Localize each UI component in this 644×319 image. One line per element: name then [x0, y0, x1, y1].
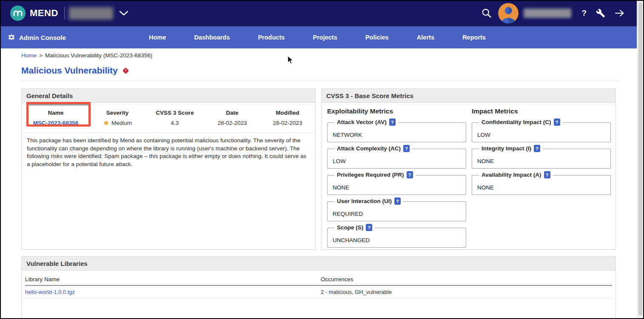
metric-value: UNCHANGED	[333, 237, 370, 243]
help-icon[interactable]: ?	[407, 171, 413, 178]
nav-item-home[interactable]: Home	[149, 34, 166, 41]
nav-item-products[interactable]: Products	[258, 34, 285, 41]
nav-item-alerts[interactable]: Alerts	[417, 34, 434, 41]
admin-console-button[interactable]: Admin Console	[8, 26, 66, 48]
metric-scope: Scope (S)? UNCHANGED	[327, 228, 466, 248]
scrollbar-thumb[interactable]	[638, 2, 642, 316]
occurrences-value: 2 - malicious, GH_vulnerable	[321, 286, 612, 299]
user-name-redacted[interactable]	[524, 8, 571, 18]
nav-menu: Home Dashboards Products Projects Polici…	[149, 26, 486, 48]
vulnerable-libraries-header: Vulnerable Libraries	[22, 257, 616, 271]
metric-value: LOW	[477, 132, 490, 138]
app-window: MEND ?	[0, 0, 644, 319]
breadcrumb-separator: >	[39, 52, 43, 59]
metric-value: NETWORK	[333, 132, 362, 138]
vulnerable-libraries-table: Library Name Occurrences hello-world-1.0…	[25, 274, 612, 299]
metric-integrity-impact: Integrity Impact (I)? NONE	[472, 149, 611, 169]
severity-medium-icon	[103, 120, 109, 126]
vulnerability-description: This package has been identified by Mend…	[22, 133, 315, 172]
help-icon[interactable]: ?	[544, 171, 550, 178]
column-header-occurrences: Occurrences	[321, 274, 612, 286]
metric-value: NONE	[477, 184, 494, 191]
metric-privileges-required: Privileges Required (PR)? NONE	[327, 175, 466, 195]
breadcrumb: Home>Malicious Vulnerability (MSC-2023-6…	[21, 52, 152, 59]
page-title-row: Malicious Vulnerability	[21, 65, 130, 76]
help-icon[interactable]: ?	[554, 119, 560, 126]
help-icon[interactable]: ?	[389, 119, 396, 126]
help-icon[interactable]: ?	[366, 224, 372, 231]
user-avatar[interactable]	[498, 3, 519, 23]
help-icon[interactable]: ?	[403, 145, 410, 152]
metric-confidentiality-impact: Confidentiality Impact (C)? LOW	[472, 122, 611, 142]
modified-value: 28-02-2023	[260, 118, 315, 133]
nav-item-dashboards[interactable]: Dashboards	[194, 34, 230, 41]
general-details-header: General Details	[22, 89, 315, 103]
metric-label: Attack Complexity (AC)	[337, 145, 401, 152]
cvss3-score-value: 4.3	[145, 118, 205, 133]
metric-label: Privileges Required (PR)	[337, 172, 404, 178]
metric-user-interaction: User Interaction (UI)? REQUIRED	[327, 201, 466, 221]
gear-icon	[8, 34, 15, 41]
vulnerable-libraries-panel: Vulnerable Libraries Library Name Occurr…	[21, 256, 616, 318]
help-icon[interactable]: ?	[534, 145, 540, 152]
vulnerability-name-link[interactable]: MSC-2023-68356	[33, 120, 79, 126]
metric-attack-complexity: Attack Complexity (AC)? LOW	[327, 149, 466, 169]
column-header-library-name: Library Name	[25, 274, 321, 286]
divider	[21, 81, 620, 81]
breadcrumb-home-link[interactable]: Home	[21, 52, 37, 59]
severity-value: Medium	[111, 120, 132, 126]
impact-metrics-heading: Impact Metrics	[472, 107, 518, 115]
help-icon[interactable]: ?	[581, 8, 587, 18]
metric-label: Attack Vector (AV)	[337, 119, 387, 125]
exploitability-metrics-heading: Exploitability Metrics	[327, 107, 393, 115]
metric-value: NONE	[333, 184, 349, 191]
page-title: Malicious Vulnerability	[21, 65, 118, 76]
cvss-panel: CVSS 3 - Base Score Metrics Exploitabili…	[321, 88, 616, 250]
logout-arrow-icon[interactable]	[615, 9, 625, 17]
chevron-down-icon[interactable]	[119, 11, 128, 16]
organization-name-redacted[interactable]	[69, 7, 113, 20]
admin-console-label: Admin Console	[19, 34, 66, 41]
nav-item-reports[interactable]: Reports	[462, 34, 486, 41]
metric-value: LOW	[333, 158, 346, 164]
table-row: hello-world-1.0.0.tgz	[25, 286, 321, 299]
avatar-icon	[498, 3, 519, 23]
general-details-table: Name Severity CVSS 3 Score Date Modified…	[22, 107, 315, 133]
critical-diamond-icon	[122, 67, 130, 75]
date-value: 28-02-2023	[205, 118, 260, 133]
metric-availability-impact: Availability Impact (A)? NONE	[472, 175, 611, 195]
metric-label: Scope (S)	[337, 224, 363, 231]
mend-logo-icon	[10, 6, 26, 21]
metric-value: REQUIRED	[333, 211, 363, 217]
column-header-date: Date	[205, 107, 260, 118]
metric-value: NONE	[477, 158, 494, 164]
column-header-cvss3score: CVSS 3 Score	[145, 107, 205, 118]
divider	[64, 7, 65, 20]
top-bar-actions: ?	[481, 0, 625, 26]
general-details-panel: General Details Name Severity CVSS 3 Sco…	[21, 88, 316, 250]
metric-label: User Interaction (UI)	[337, 198, 392, 204]
mouse-cursor	[286, 55, 295, 65]
metric-label: Confidentiality Impact (C)	[482, 119, 551, 125]
column-header-severity: Severity	[90, 107, 145, 118]
help-icon[interactable]: ?	[394, 198, 401, 205]
main-nav-bar: Admin Console Home Dashboards Products P…	[0, 26, 637, 48]
search-icon[interactable]	[481, 8, 492, 19]
cvss-panel-header: CVSS 3 - Base Score Metrics	[322, 89, 616, 103]
top-bar: MEND ?	[0, 0, 637, 26]
metric-label: Integrity Impact (I)	[482, 145, 531, 152]
vertical-scrollbar	[637, 1, 643, 318]
metric-attack-vector: Attack Vector (AV)? NETWORK	[327, 122, 466, 142]
breadcrumb-current: Malicious Vulnerability (MSC-2023-68356)	[45, 52, 152, 59]
nav-item-projects[interactable]: Projects	[313, 34, 337, 41]
metric-label: Availability Impact (A)	[482, 172, 541, 178]
mend-logo[interactable]: MEND	[10, 6, 58, 21]
library-name-link[interactable]: hello-world-1.0.0.tgz	[25, 289, 75, 295]
column-header-modified: Modified	[260, 107, 315, 118]
brand-name: MEND	[30, 8, 58, 19]
wrench-icon[interactable]	[596, 8, 605, 18]
column-header-name: Name	[22, 107, 90, 118]
nav-item-policies[interactable]: Policies	[365, 34, 389, 41]
